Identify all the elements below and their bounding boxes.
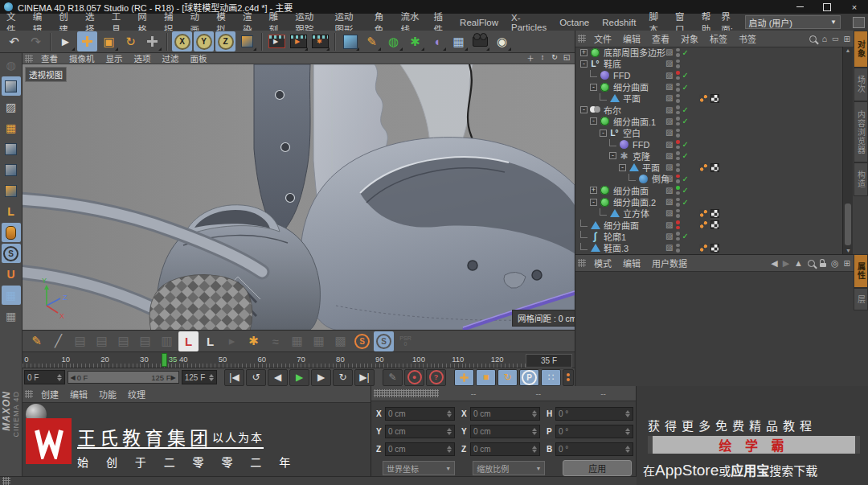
rotate-tool-icon[interactable]: ↻ [121,31,141,51]
om-menu-标签[interactable]: 标签 [704,32,733,45]
key-parameter-toggle[interactable]: P [519,369,539,386]
viewport-canvas[interactable]: Y Z X [23,64,575,330]
add-cloner-icon[interactable]: ✱ [405,31,425,51]
add-panel-icon[interactable]: ⊞ [844,259,850,268]
play-backwards-button[interactable]: ↺ [246,369,266,386]
menu-Redshift[interactable]: Redshift [596,14,642,31]
scale-tool-icon[interactable]: ▣ [99,31,119,51]
texture-tag-icon[interactable] [710,94,719,103]
subdiv-object-icon[interactable] [600,185,610,195]
timeline-playhead[interactable] [162,353,167,367]
scroll-down-icon[interactable]: ▼ [845,248,851,253]
goto-start-button[interactable]: |◀ [224,369,244,386]
knife-icon[interactable]: ╱ [48,331,68,351]
end-frame-field[interactable]: 125 F [182,370,217,384]
key-rotation-toggle[interactable]: ↻ [497,369,518,386]
null-object-icon[interactable]: L° [590,59,600,69]
viewport-solo-icon[interactable] [2,223,21,242]
goto-end-button[interactable]: ▶| [354,369,375,386]
texture-tag-icon[interactable] [710,220,719,229]
menu-RealFlow[interactable]: RealFlow [453,14,505,31]
subdiv-object-icon[interactable] [600,197,610,208]
menu-Octane[interactable]: Octane [553,14,596,31]
visibility-dots[interactable] [676,48,680,57]
layer-icon[interactable]: ▨ [665,232,674,240]
grid-tool-1-icon[interactable]: ▦ [287,331,307,351]
parent-icon[interactable]: ▲ [794,258,803,268]
menu-运动图形[interactable]: 运动图形 [329,14,368,31]
key-pla-toggle[interactable]: ∷ [541,369,561,386]
texture-tag-icon[interactable] [710,244,719,253]
poly-object-icon[interactable] [628,162,639,173]
menu-捕捉[interactable]: 捕捉 [158,14,184,31]
timeline-ruler[interactable]: 35 35 F 0102030405060708090100110120 [23,352,575,368]
history-forward-icon[interactable]: ▶ [783,258,789,269]
redo-icon[interactable]: ↷ [26,31,46,51]
visibility-dots[interactable] [676,83,680,92]
collapse-icon[interactable]: - [590,117,597,125]
cloner-object-icon[interactable]: ✱ [619,150,629,161]
null-object-icon[interactable]: L° [609,128,620,138]
visibility-dots[interactable] [676,209,680,218]
bevel-object-icon[interactable] [638,174,649,184]
object-row-平面[interactable]: -平面▨ [575,162,843,173]
object-manager-scrollbar[interactable]: ▲ ▼ [842,47,853,254]
visibility-dots[interactable] [676,175,680,183]
panel-handle-icon[interactable] [2,477,10,485]
enabled-check-icon[interactable]: ✓ [682,117,692,125]
phong-tag-icon[interactable] [699,220,708,229]
target-icon[interactable]: ◎ [831,258,839,269]
collapse-icon[interactable]: - [590,84,597,91]
arrow-tool-icon[interactable]: ▸ [222,331,242,351]
scrollbar-thumb[interactable] [845,203,851,245]
enabled-check-icon[interactable]: ✓ [682,198,692,207]
am-menu-模式[interactable]: 模式 [588,257,617,269]
modeling-tool-1-icon[interactable]: ▤ [70,331,90,351]
add-camera-icon[interactable] [470,31,490,51]
om-menu-编辑[interactable]: 编辑 [617,32,646,45]
scroll-up-icon[interactable]: ▲ [843,47,853,53]
collapse-icon[interactable]: - [580,106,588,113]
start-frame-field[interactable]: 0 F [24,370,65,384]
record-objects-button[interactable]: ● [404,369,424,386]
polygons-mode-icon[interactable] [2,181,21,200]
menu-雕刻[interactable]: 雕刻 [263,14,289,31]
texture-tag-icon[interactable] [710,209,719,218]
viewport-menu-查看[interactable]: 查看 [35,52,63,64]
grid-tool-2-icon[interactable]: ▦ [309,331,329,351]
last-tool-icon[interactable] [142,31,162,51]
panel-handle-icon[interactable] [374,389,439,397]
object-row-细分曲面[interactable]: 细分曲面▨ [575,219,843,230]
ffd-object-icon[interactable] [619,139,629,150]
material-menu-编辑[interactable]: 编辑 [64,388,93,401]
collapse-icon[interactable]: - [609,152,616,159]
layer-icon[interactable]: ▨ [665,129,674,137]
menu-创建[interactable]: 创建 [52,14,79,31]
expand-icon[interactable]: + [590,187,597,194]
step-back-button[interactable]: ◀ [268,369,288,386]
lock-y-icon[interactable]: Y [194,31,214,51]
menu-渲染[interactable]: 渲染 [236,14,263,31]
viewport-zoom-icon[interactable]: ↕ [538,53,547,64]
visibility-dots[interactable] [676,94,680,103]
panel-tab-构造[interactable]: 构造 [854,162,868,196]
object-row-FFD[interactable]: FFD▨✓ [575,70,843,81]
enable-axis-icon[interactable]: L [178,331,199,351]
key-scale-toggle[interactable]: ■ [476,369,496,386]
panel-tab-对象[interactable]: 对象 [854,31,868,68]
menu-插件[interactable]: 插件 [427,14,453,31]
add-spline-pen-icon[interactable]: ✎ [362,31,382,51]
object-label[interactable]: FFD [613,71,630,80]
visibility-dots[interactable] [676,244,680,253]
modeling-tool-5-icon[interactable]: ▥ [157,331,177,351]
autokey-button[interactable]: ? [426,369,446,386]
modeling-tool-3-icon[interactable]: ▤ [113,331,133,351]
sculpt-steady-icon[interactable]: S [374,331,394,351]
workplane-mode-icon[interactable]: ▦ [2,118,21,138]
menu-脚本[interactable]: 脚本 [642,14,669,31]
visibility-dots[interactable] [676,129,680,138]
object-label[interactable]: 鞋底 [604,57,621,70]
enabled-check-icon[interactable]: ✓ [682,48,692,57]
collapse-icon[interactable]: - [590,199,597,206]
object-row-细分曲面[interactable]: -细分曲面▨✓ [575,81,843,92]
